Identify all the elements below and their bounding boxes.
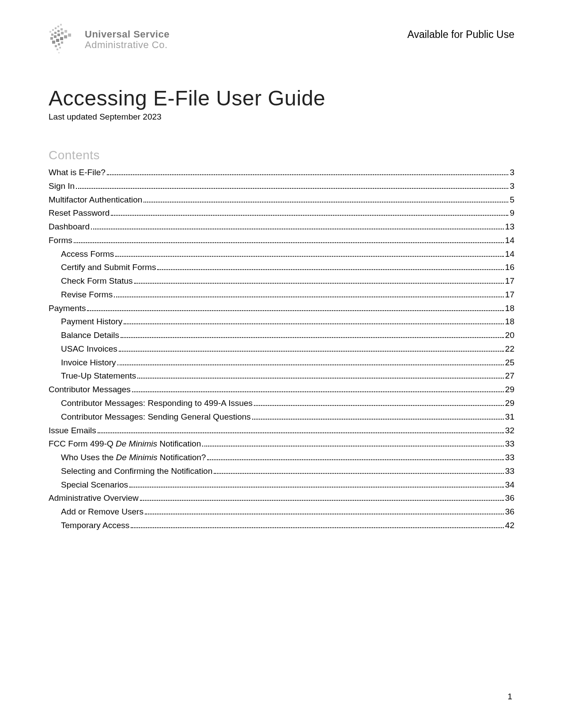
toc-entry-page: 18 <box>505 302 514 315</box>
logo: Universal Service Administrative Co. <box>49 22 170 57</box>
toc-entry[interactable]: Dashboard13 <box>49 220 514 234</box>
toc-entry[interactable]: Administrative Overview36 <box>49 492 514 505</box>
toc-entry-page: 33 <box>505 437 514 451</box>
svg-rect-7 <box>57 30 60 32</box>
toc-dots <box>107 174 509 175</box>
svg-rect-2 <box>55 27 57 29</box>
toc-entry-label: Multifactor Authentication <box>49 193 142 207</box>
toc-entry-page: 14 <box>505 234 514 248</box>
toc-dots <box>129 487 504 488</box>
svg-rect-21 <box>61 41 63 44</box>
toc-entry-page: 3 <box>510 180 514 193</box>
toc-entry-page: 16 <box>505 261 514 274</box>
toc-entry-label: Payment History <box>61 315 122 329</box>
toc-entry[interactable]: Certify and Submit Forms16 <box>49 261 514 274</box>
toc-entry-label: Check Form Status <box>61 274 133 288</box>
toc-entry-page: 17 <box>505 288 514 302</box>
toc-entry[interactable]: Reset Password9 <box>49 206 514 220</box>
toc-entry-label: Invoice History <box>61 356 116 370</box>
toc-entry[interactable]: Contributor Messages: Responding to 499-… <box>49 397 514 410</box>
toc-entry[interactable]: Access Forms14 <box>49 248 514 261</box>
toc-dots <box>140 500 504 501</box>
toc-dots <box>252 419 504 420</box>
svg-rect-18 <box>68 34 71 37</box>
toc-entry[interactable]: Multifactor Authentication5 <box>49 193 514 207</box>
toc-entry[interactable]: Forms14 <box>49 234 514 248</box>
toc-entry[interactable]: Contributor Messages29 <box>49 383 514 397</box>
toc-entry-label: Dashboard <box>49 220 90 234</box>
toc-dots <box>202 446 504 447</box>
toc-dots <box>117 364 504 365</box>
toc-dots <box>145 514 504 514</box>
toc-entry[interactable]: What is E-File?3 <box>49 166 514 180</box>
svg-rect-16 <box>60 37 63 40</box>
svg-rect-24 <box>58 52 60 53</box>
toc-entry[interactable]: Payment History18 <box>49 315 514 329</box>
toc-entry-label: Access Forms <box>61 248 114 261</box>
toc-entry-page: 14 <box>505 248 514 261</box>
toc-entry-page: 42 <box>505 519 514 533</box>
toc-entry[interactable]: Issue Emails32 <box>49 424 514 438</box>
toc-entry[interactable]: Check Form Status17 <box>49 274 514 288</box>
toc-entry[interactable]: Add or Remove Users36 <box>49 505 514 519</box>
toc-entry[interactable]: FCC Form 499-Q De Minimis Notification33 <box>49 437 514 451</box>
public-use-label: Available for Public Use <box>408 29 514 41</box>
toc-entry-label: Payments <box>49 302 86 315</box>
toc-dots <box>114 296 504 297</box>
toc-entry[interactable]: Selecting and Confirming the Notificatio… <box>49 465 514 478</box>
logo-text: Universal Service Administrative Co. <box>85 29 170 50</box>
svg-rect-13 <box>64 30 67 33</box>
toc-entry[interactable]: Who Uses the De Minimis Notification?33 <box>49 451 514 465</box>
svg-rect-4 <box>60 24 62 26</box>
toc-entry[interactable]: USAC Invoices22 <box>49 342 514 356</box>
toc-dots <box>207 459 503 460</box>
toc-entry[interactable]: Special Scenarios34 <box>49 478 514 492</box>
toc-dots <box>254 405 504 406</box>
svg-rect-23 <box>59 47 61 49</box>
toc-entry-page: 29 <box>505 383 514 397</box>
toc-entry[interactable]: Balance Details20 <box>49 329 514 342</box>
toc-entry-label: Forms <box>49 234 72 248</box>
toc-entry[interactable]: Payments18 <box>49 302 514 315</box>
toc-entry-page: 9 <box>510 206 514 220</box>
toc-entry-page: 5 <box>510 193 514 207</box>
toc-entry-label: What is E-File? <box>49 166 106 180</box>
toc-dots <box>121 337 504 338</box>
toc-entry-label: Revise Forms <box>61 288 113 302</box>
svg-rect-5 <box>51 34 53 36</box>
document-title: Accessing E-File User Guide <box>49 86 514 110</box>
logo-line-1: Universal Service <box>85 29 170 40</box>
toc-dots <box>115 256 504 257</box>
svg-rect-17 <box>64 35 67 38</box>
toc-dots <box>74 242 504 243</box>
toc-entry-page: 22 <box>505 342 514 356</box>
svg-rect-1 <box>52 29 54 31</box>
toc-entry-page: 17 <box>505 274 514 288</box>
toc-entry-page: 36 <box>505 492 514 505</box>
toc-entry[interactable]: Invoice History25 <box>49 356 514 370</box>
page-number: 1 <box>507 692 512 702</box>
page-header: Universal Service Administrative Co. Ava… <box>49 22 514 57</box>
toc-dots <box>98 432 504 433</box>
toc-dots <box>119 351 504 352</box>
toc-entry-label: Issue Emails <box>49 424 96 438</box>
toc-entry[interactable]: Contributor Messages: Sending General Qu… <box>49 410 514 424</box>
toc-entry-page: 29 <box>505 397 514 410</box>
toc-dots <box>76 188 508 189</box>
toc-entry-label: FCC Form 499-Q De Minimis Notification <box>49 437 201 451</box>
toc-entry-label: Temporary Access <box>61 519 129 533</box>
last-updated: Last updated September 2023 <box>49 112 514 122</box>
toc-entry-page: 32 <box>505 424 514 438</box>
svg-rect-19 <box>55 45 57 47</box>
logo-line-2: Administrative Co. <box>85 40 170 50</box>
toc-entry-label: Balance Details <box>61 329 119 342</box>
toc-entry[interactable]: True-Up Statements27 <box>49 369 514 383</box>
toc-entry-label: Selecting and Confirming the Notificatio… <box>61 465 212 478</box>
svg-rect-15 <box>56 39 59 42</box>
toc-entry[interactable]: Revise Forms17 <box>49 288 514 302</box>
toc-entry[interactable]: Sign In3 <box>49 180 514 193</box>
toc-dots <box>132 391 504 392</box>
toc-entry[interactable]: Temporary Access42 <box>49 519 514 533</box>
toc-entry-page: 33 <box>505 465 514 478</box>
toc-entry-page: 33 <box>505 451 514 465</box>
